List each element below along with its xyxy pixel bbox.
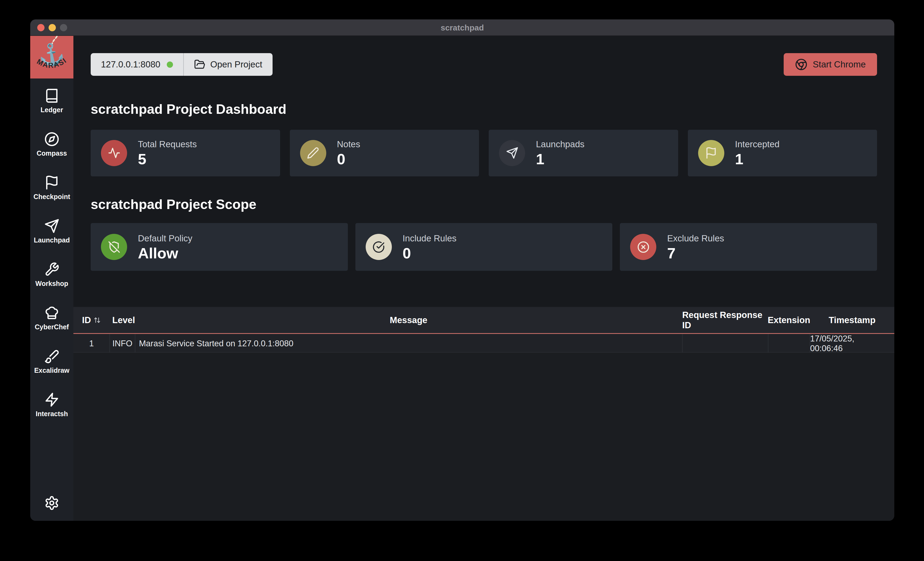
check-circle-icon bbox=[372, 241, 385, 253]
stat-value: 1 bbox=[735, 151, 780, 167]
scope-value: 7 bbox=[667, 246, 724, 261]
stat-icon-circle bbox=[101, 140, 127, 166]
proxy-address-button[interactable]: 127.0.0.1:8080 bbox=[91, 53, 183, 76]
brush-icon bbox=[44, 349, 59, 364]
stat-label: Intercepted bbox=[735, 139, 780, 150]
sidebar-item-compass[interactable]: Compass bbox=[30, 132, 74, 157]
stat-value: 0 bbox=[337, 151, 360, 167]
flag-icon bbox=[705, 147, 717, 159]
sidebar-item-label: Compass bbox=[37, 150, 67, 157]
activity-icon bbox=[108, 147, 120, 159]
scope-title: scratchpad Project Scope bbox=[74, 197, 894, 212]
start-chrome-button[interactable]: Start Chrome bbox=[784, 53, 877, 76]
sidebar-item-label: Checkpoint bbox=[33, 193, 70, 200]
main-content: 127.0.0.1:8080 Open Project Start Chrome… bbox=[74, 36, 894, 521]
app-window: scratchpad ⚓ MARASI Ledger bbox=[30, 19, 894, 521]
sidebar-item-label: Workshop bbox=[35, 280, 68, 287]
compass-icon bbox=[44, 132, 59, 147]
stat-label: Notes bbox=[337, 139, 360, 150]
column-header-request-response-id[interactable]: Request Response ID bbox=[682, 307, 768, 333]
proxy-control-group: 127.0.0.1:8080 Open Project bbox=[91, 53, 273, 76]
chef-hat-icon bbox=[44, 305, 59, 320]
minimize-window-button[interactable] bbox=[49, 24, 56, 31]
sidebar-item-label: Ledger bbox=[40, 106, 63, 114]
scope-label: Exclude Rules bbox=[667, 233, 724, 244]
sidebar: ⚓ MARASI Ledger Compass bbox=[30, 36, 74, 521]
stat-icon-circle bbox=[499, 140, 525, 166]
scope-card-default-policy: Default Policy Allow bbox=[91, 223, 348, 271]
open-project-label: Open Project bbox=[210, 59, 262, 70]
scope-icon-circle bbox=[101, 234, 127, 260]
stat-icon-circle bbox=[698, 140, 724, 166]
open-project-button[interactable]: Open Project bbox=[184, 53, 273, 76]
sidebar-item-checkpoint[interactable]: Checkpoint bbox=[30, 175, 74, 200]
folder-open-icon bbox=[194, 59, 206, 70]
log-table: ID Level Message Request Response ID Ext… bbox=[74, 307, 894, 521]
stat-card-intercepted: Intercepted 1 bbox=[688, 130, 878, 177]
cell-timestamp: 17/05/2025, 00:06:46 bbox=[810, 334, 894, 353]
traffic-lights bbox=[37, 24, 67, 31]
titlebar: scratchpad bbox=[30, 19, 894, 36]
column-header-extension[interactable]: Extension bbox=[768, 307, 810, 333]
sidebar-nav: Ledger Compass Checkpoint Launchpad Work… bbox=[30, 88, 74, 418]
scope-icon-circle bbox=[366, 234, 392, 260]
scope-cards: Default Policy Allow Include Rules 0 bbox=[74, 223, 894, 271]
column-header-message[interactable]: Message bbox=[135, 307, 682, 333]
proxy-address: 127.0.0.1:8080 bbox=[101, 59, 160, 70]
pencil-icon bbox=[307, 147, 319, 159]
zoom-window-button[interactable] bbox=[60, 24, 67, 31]
dashboard-stats: Total Requests 5 Notes 0 bbox=[74, 130, 894, 177]
scope-card-exclude-rules: Exclude Rules 7 bbox=[620, 223, 877, 271]
cell-message: Marasi Service Started on 127.0.0.1:8080 bbox=[135, 334, 682, 353]
stat-label: Launchpads bbox=[536, 139, 585, 150]
settings-button[interactable] bbox=[44, 495, 59, 512]
proxy-status-dot bbox=[167, 61, 173, 68]
close-window-button[interactable] bbox=[37, 24, 45, 31]
log-table-header: ID Level Message Request Response ID Ext… bbox=[74, 307, 894, 334]
cell-request-response-id bbox=[682, 334, 768, 353]
sidebar-item-cyberchef[interactable]: CyberChef bbox=[30, 305, 74, 331]
scope-label: Include Rules bbox=[403, 233, 457, 244]
send-icon bbox=[506, 147, 518, 159]
stat-card-launchpads: Launchpads 1 bbox=[489, 130, 678, 177]
column-header-id[interactable]: ID bbox=[74, 307, 110, 333]
sidebar-item-label: CyberChef bbox=[35, 323, 69, 331]
sidebar-item-ledger[interactable]: Ledger bbox=[30, 88, 74, 114]
stat-label: Total Requests bbox=[138, 139, 197, 150]
marasi-logo: ⚓ MARASI bbox=[30, 36, 74, 78]
sidebar-item-interactsh[interactable]: Interactsh bbox=[30, 392, 74, 418]
stat-value: 1 bbox=[536, 151, 585, 167]
sidebar-item-launchpad[interactable]: Launchpad bbox=[30, 218, 74, 244]
log-table-row[interactable]: 1 INFO Marasi Service Started on 127.0.0… bbox=[74, 334, 894, 353]
shield-off-icon bbox=[108, 241, 120, 253]
stat-card-notes: Notes 0 bbox=[290, 130, 479, 177]
top-toolbar: 127.0.0.1:8080 Open Project Start Chrome bbox=[74, 36, 894, 76]
dashboard-title: scratchpad Project Dashboard bbox=[74, 102, 894, 117]
start-chrome-label: Start Chrome bbox=[813, 59, 866, 70]
sidebar-item-label: Excalidraw bbox=[34, 367, 70, 374]
sidebar-item-excalidraw[interactable]: Excalidraw bbox=[30, 349, 74, 374]
scope-label: Default Policy bbox=[138, 233, 192, 244]
sidebar-item-label: Launchpad bbox=[34, 236, 70, 244]
stat-value: 5 bbox=[138, 151, 197, 167]
scope-icon-circle bbox=[630, 234, 656, 260]
log-table-empty-area bbox=[74, 353, 894, 521]
send-icon bbox=[44, 218, 59, 233]
cell-id: 1 bbox=[74, 334, 110, 353]
scope-card-include-rules: Include Rules 0 bbox=[356, 223, 613, 271]
sort-icon bbox=[94, 317, 100, 324]
book-icon bbox=[44, 88, 59, 103]
gear-icon bbox=[44, 495, 59, 510]
window-title: scratchpad bbox=[441, 23, 484, 32]
sidebar-item-label: Interactsh bbox=[36, 410, 68, 418]
column-header-timestamp[interactable]: Timestamp bbox=[810, 307, 894, 333]
scope-value: 0 bbox=[403, 246, 457, 261]
flag-icon bbox=[44, 175, 59, 190]
chrome-icon bbox=[795, 58, 807, 71]
cell-extension bbox=[768, 334, 810, 353]
cell-level: INFO bbox=[110, 334, 135, 353]
scope-value: Allow bbox=[138, 246, 192, 261]
column-header-level[interactable]: Level bbox=[110, 307, 135, 333]
sidebar-item-workshop[interactable]: Workshop bbox=[30, 262, 74, 287]
stat-icon-circle bbox=[300, 140, 326, 166]
